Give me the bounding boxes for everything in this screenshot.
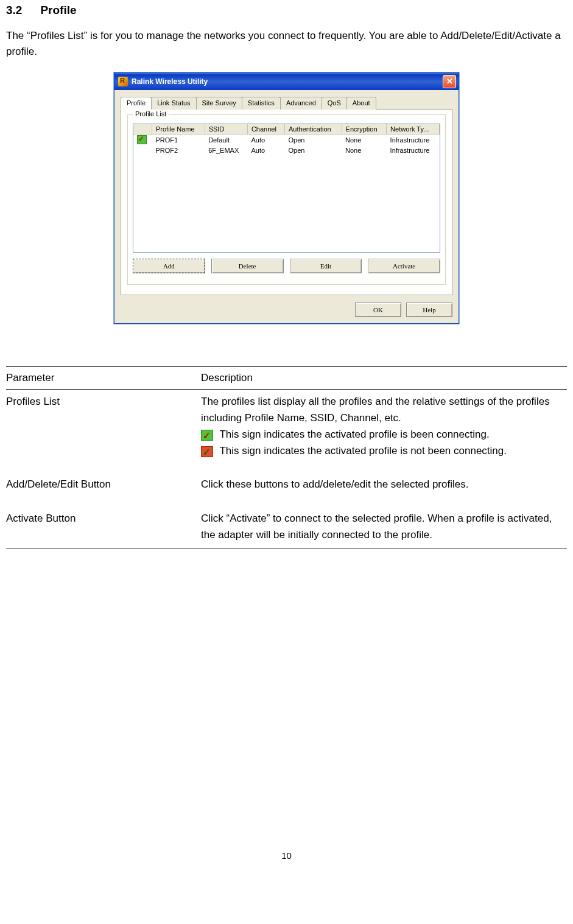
param-row-add-delete-edit: Add/Delete/Edit Button Click these butto… — [6, 472, 567, 506]
tab-qos[interactable]: QoS — [322, 97, 347, 110]
groupbox-profile-list: Profile List Profile Name SSID Channel — [127, 114, 446, 285]
param-desc: Click these buttons to add/delete/edit t… — [201, 476, 567, 492]
head-parameter: Parameter — [6, 372, 201, 384]
window-title: Ralink Wireless Utility — [132, 77, 443, 86]
col-enc[interactable]: Encryption — [342, 124, 387, 135]
tabstrip: Profile Link Status Site Survey Statisti… — [121, 96, 452, 110]
edit-button[interactable]: Edit — [290, 259, 362, 273]
screenshot-figure: Ralink Wireless Utility ✕ Profile Link S… — [6, 72, 567, 324]
tab-statistics[interactable]: Statistics — [242, 97, 281, 110]
titlebar: Ralink Wireless Utility ✕ — [114, 73, 459, 90]
tab-link-status[interactable]: Link Status — [151, 97, 196, 110]
col-auth[interactable]: Authentication — [284, 124, 342, 135]
cell-profile: PROF2 — [152, 146, 205, 155]
close-icon[interactable]: ✕ — [443, 75, 456, 88]
table-row[interactable]: PROF1 Default Auto Open None Infrastruct… — [133, 134, 440, 146]
section-heading: 3.2Profile — [6, 4, 567, 17]
check-icon — [137, 135, 147, 144]
profile-list-header-row: Profile Name SSID Channel Authentication… — [133, 124, 440, 135]
col-status[interactable] — [133, 124, 152, 135]
cell-enc: None — [342, 146, 387, 155]
status-icon — [133, 146, 152, 155]
groupbox-title: Profile List — [133, 110, 169, 117]
parameter-table: Parameter Description Profiles List The … — [6, 366, 567, 548]
cell-ssid: 6F_EMAX — [205, 146, 247, 155]
profile-button-row: Add Delete Edit Activate — [133, 259, 440, 273]
section-title: Profile — [40, 4, 76, 16]
param-row-activate: Activate Button Click “Activate” to conn… — [6, 506, 567, 548]
param-row-profiles-list: Profiles List The profiles list display … — [6, 390, 567, 473]
activate-button[interactable]: Activate — [368, 259, 440, 273]
cell-ssid: Default — [205, 134, 247, 146]
intro-paragraph: The “Profiles List” is for you to manage… — [6, 28, 567, 60]
check-green-icon — [201, 430, 213, 441]
tab-profile[interactable]: Profile — [121, 97, 152, 110]
cell-net: Infrastructure — [387, 134, 440, 146]
param-name: Profiles List — [6, 393, 201, 460]
col-net[interactable]: Network Ty... — [387, 124, 440, 135]
col-profile-name[interactable]: Profile Name — [152, 124, 205, 135]
cell-channel: Auto — [247, 146, 284, 155]
desc-text: This sign indicates the activated profil… — [219, 429, 489, 440]
table-row[interactable]: PROF2 6F_EMAX Auto Open None Infrastruct… — [133, 146, 440, 155]
cell-profile: PROF1 — [152, 134, 205, 146]
delete-button[interactable]: Delete — [211, 259, 284, 273]
check-red-icon — [201, 446, 213, 457]
help-button[interactable]: Help — [406, 303, 452, 317]
dialog-button-row: OK Help — [121, 303, 452, 317]
app-icon — [118, 77, 128, 86]
tab-advanced[interactable]: Advanced — [280, 97, 322, 110]
tab-site-survey[interactable]: Site Survey — [196, 97, 242, 110]
ok-button[interactable]: OK — [355, 303, 401, 317]
page-number: 10 — [0, 850, 573, 861]
cell-net: Infrastructure — [387, 146, 440, 155]
param-name: Activate Button — [6, 510, 201, 543]
param-desc: The profiles list display all the profil… — [201, 393, 567, 460]
col-channel[interactable]: Channel — [247, 124, 284, 135]
cell-auth: Open — [284, 134, 342, 146]
param-table-header: Parameter Description — [6, 367, 567, 389]
section-number: 3.2 — [6, 4, 22, 16]
param-desc: Click “Activate” to connect to the selec… — [201, 510, 567, 543]
param-name: Add/Delete/Edit Button — [6, 476, 201, 492]
cell-channel: Auto — [247, 134, 284, 146]
col-ssid[interactable]: SSID — [205, 124, 247, 135]
status-icon — [133, 134, 152, 146]
window-body: Profile Link Status Site Survey Statisti… — [114, 90, 459, 323]
cell-enc: None — [342, 134, 387, 146]
cell-auth: Open — [284, 146, 342, 155]
profile-list[interactable]: Profile Name SSID Channel Authentication… — [133, 124, 440, 253]
head-description: Description — [201, 372, 567, 384]
app-window: Ralink Wireless Utility ✕ Profile Link S… — [114, 72, 459, 324]
desc-text: The profiles list display all the profil… — [201, 396, 550, 424]
tab-panel: Profile List Profile Name SSID Channel — [121, 110, 452, 295]
add-button[interactable]: Add — [133, 259, 205, 273]
desc-text: This sign indicates the activated profil… — [219, 445, 507, 457]
tab-about[interactable]: About — [346, 97, 376, 110]
